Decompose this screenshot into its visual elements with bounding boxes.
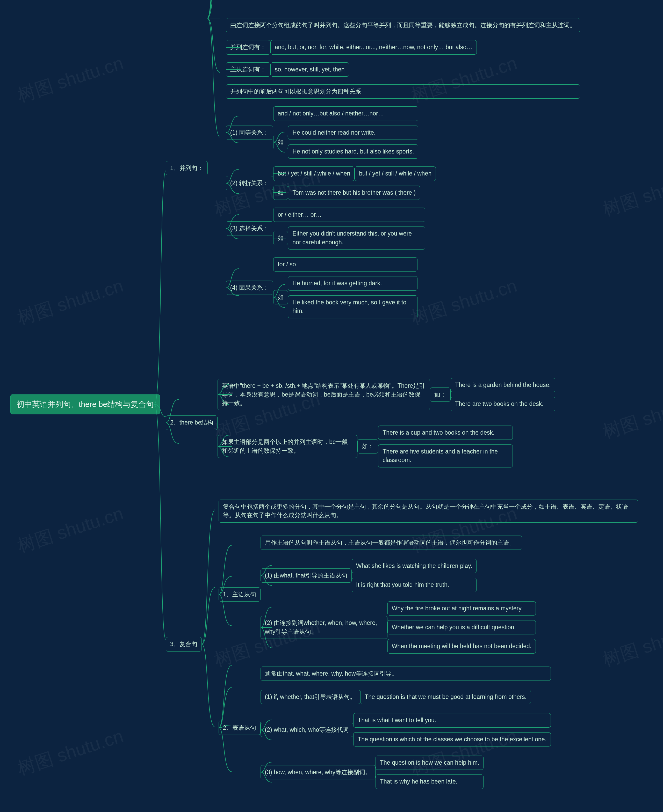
sub-conj-label[interactable]: 主从连词有： xyxy=(226,62,270,77)
c2-b-eg2: The question is which of the classes we … xyxy=(353,732,551,746)
c2-c-eg1: The question is how we can help him. xyxy=(375,755,484,770)
relation-2-words: but / yet / still / while / when xyxy=(273,166,354,181)
c1-intro: 用作主语的从句叫作主语从句，主语从句一般都是作谓语动词的主语，偶尔也可作分词的主… xyxy=(260,536,522,550)
relation-2-title[interactable]: (2) 转折关系： xyxy=(226,176,273,190)
r1-example-2: He not only studies hard, but also likes… xyxy=(288,144,418,159)
s3-intro: 复合句中包括两个或更多的分句，其中一个分句是主句，其余的分句是从句。从句就是一个… xyxy=(218,500,638,523)
relation-4-words: for / so xyxy=(273,257,417,271)
r4-example-1: He hurried, for it was getting dark. xyxy=(288,276,417,291)
c2-a-eg1: The question is that we must be good at … xyxy=(360,690,531,704)
relation-2-words-dup: but / yet / still / while / when xyxy=(354,166,436,181)
c1-b-title[interactable]: (2) 由连接副词whether, when, how, where, why引… xyxy=(260,616,387,639)
c2-c-eg2: That is why he has been late. xyxy=(375,775,484,789)
example-label: 如： xyxy=(430,387,451,402)
c2-b-eg1: That is what I want to tell you. xyxy=(353,713,551,727)
relation-4-title[interactable]: (4) 因果关系： xyxy=(226,281,273,295)
sub-conj-list: so, however, still, yet, then xyxy=(270,62,349,77)
relation-1-words: and / not only…but also / neither…nor… xyxy=(273,107,418,121)
watermark: 树图 shutu.cn xyxy=(15,501,126,559)
watermark: 树图 shutu.cn xyxy=(15,724,126,781)
c1-b-eg1: Why the fire broke out at night remains … xyxy=(387,601,536,615)
s2-p2-eg1: There is a cup and two books on the desk… xyxy=(378,426,513,440)
watermark: 树图 shutu.cn xyxy=(15,51,126,108)
mindmap: 树图 shutu.cn 树图 shutu.cn 树图 shutu.cn 树图 s… xyxy=(0,0,663,812)
relation-3-words: or / either… or… xyxy=(273,208,425,222)
coord-conj-label[interactable]: 并列连词有： xyxy=(226,40,270,54)
s2-p1: 英语中"there + be + sb. /sth.+ 地点"结构表示"某处有某… xyxy=(218,379,430,410)
root-label: 初中英语并列句、there be结构与复合句 xyxy=(10,394,160,415)
c1-a-eg1: What she likes is watching the children … xyxy=(352,559,477,573)
c2-a-title[interactable]: (1) if, whether, that引导表语从句。 xyxy=(260,690,360,704)
example-label: 如 xyxy=(273,290,288,304)
branch-compound-sentence: 1、并列句： 由连词连接两个分句组成的句子叫并列句。这些分句平等并列，而且同等重… xyxy=(166,18,580,318)
example-label: 如 xyxy=(273,186,288,200)
c1-b-eg2: Whether we can help you is a difficult q… xyxy=(387,620,536,634)
s1-intro: 由连词连接两个分句组成的句子叫并列句。这些分句平等并列，而且同等重要，能够独立成… xyxy=(226,18,580,32)
watermark: 树图 shutu.cn xyxy=(600,165,663,222)
relation-1-title[interactable]: (1) 同等关系： xyxy=(226,126,273,140)
r4-example-2: He liked the book very much, so I gave i… xyxy=(288,295,417,318)
example-label: 如 xyxy=(273,135,288,149)
example-label: 如： xyxy=(357,439,378,454)
watermark: 树图 shutu.cn xyxy=(15,274,126,331)
s2-p1-eg1: There is a garden behind the house. xyxy=(451,378,555,392)
s2-p2-eg2: There are five students and a teacher in… xyxy=(378,444,513,468)
relation-3-title[interactable]: (3) 选择关系： xyxy=(226,221,273,236)
watermark: 树图 shutu.cn xyxy=(600,387,663,444)
section-2-title[interactable]: 2、there be结构 xyxy=(166,415,218,430)
example-label: 如 xyxy=(273,231,288,245)
section-3-title[interactable]: 3、复合句 xyxy=(166,637,202,651)
section-1-title[interactable]: 1、并列句： xyxy=(166,161,208,175)
c1-a-title[interactable]: (1) 由what, that引导的主语从句 xyxy=(260,568,352,583)
c2-intro: 通常由that, what, where, why, how等连接词引导。 xyxy=(260,667,551,681)
r1-example-1: He could neither read nor write. xyxy=(288,126,418,140)
s2-p2: 如果主语部分是两个以上的并列主语时，be一般和邻近的主语的数保持一致。 xyxy=(218,435,357,458)
predicative-clause-title[interactable]: 2、表语从句 xyxy=(218,721,260,735)
coord-conj-list: and, but, or, nor, for, while, either...… xyxy=(270,40,477,54)
c1-b-eg3: When the meeting will be held has not be… xyxy=(387,639,536,653)
r2-example-1: Tom was not there but his brother was ( … xyxy=(288,186,420,200)
c2-c-title[interactable]: (3) how, when, where, why等连接副词。 xyxy=(260,765,375,780)
branch-there-be: 2、there be结构 英语中"there + be + sb. /sth.+… xyxy=(166,378,555,468)
s2-p1-eg2: There are two books on the desk. xyxy=(451,397,555,411)
subject-clause-title[interactable]: 1、主语从句 xyxy=(218,587,260,602)
relations-intro: 并列句中的前后两句可以根据意思划分为四种关系。 xyxy=(226,84,580,98)
r3-example-1: Either you didn't understand this, or yo… xyxy=(288,226,425,250)
c2-b-title[interactable]: (2) what, which, who等连接代词 xyxy=(260,723,354,737)
c1-a-eg2: It is right that you told him the truth. xyxy=(352,578,477,592)
root-node[interactable]: 初中英语并列句、there be结构与复合句 xyxy=(10,394,160,415)
branch-complex-sentence: 3、复合句 复合句中包括两个或更多的分句，其中一个分句是主句，其余的分句是从句。… xyxy=(166,500,638,789)
